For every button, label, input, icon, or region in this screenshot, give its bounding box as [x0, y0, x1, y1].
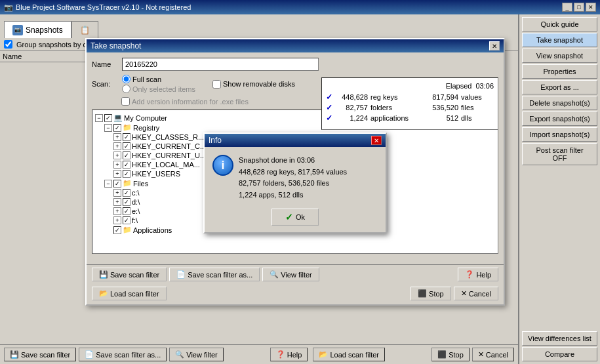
add-version-option[interactable]: Add version information for .exe files	[121, 97, 249, 106]
check-files[interactable]: ✓	[113, 180, 121, 188]
quick-guide-button[interactable]: Quick guide	[522, 17, 597, 31]
elapsed-row: Elapsed 03:06	[326, 82, 494, 90]
load-scan-filter-button[interactable]: 📂 Load scan filter	[313, 348, 385, 361]
check-hkcr[interactable]: ✓	[123, 133, 130, 141]
expand-registry[interactable]: −	[104, 124, 112, 132]
registry-icon: 📁	[123, 123, 132, 132]
main-container: 📷 Snapshots 📋 Group snapshots by date Na…	[0, 14, 600, 364]
check-c[interactable]: ✓	[123, 189, 130, 197]
save-icon: 💾	[99, 270, 108, 279]
expand-d[interactable]: +	[113, 198, 121, 206]
name-field-row: Name	[92, 58, 498, 71]
check-hkcc[interactable]: ✓	[123, 142, 130, 150]
take-snapshot-title-bar: Take snapshot ✕	[87, 39, 504, 52]
help-btn-icon: ❓	[465, 270, 474, 279]
dialog-save-filter-button[interactable]: 💾 Save scan filter	[92, 268, 167, 281]
check-icon-1: ✓	[326, 103, 332, 112]
name-panel-header: Name	[0, 51, 91, 62]
view-icon: 🔍	[270, 270, 279, 279]
export-as-button[interactable]: Export as ...	[522, 80, 597, 94]
info-ok-button[interactable]: ✓ Ok	[271, 209, 319, 226]
check-d[interactable]: ✓	[123, 198, 130, 206]
import-snapshots-button[interactable]: Import snapshot(s)	[522, 127, 597, 142]
check-applications[interactable]: ✓	[113, 226, 121, 234]
expand-hklm[interactable]: +	[113, 161, 121, 169]
properties-button[interactable]: Properties	[522, 64, 597, 79]
stop-button[interactable]: ⬛ Stop	[431, 348, 470, 361]
info-content: i Snapshot done in 03:06 448,628 reg key…	[205, 147, 386, 209]
info-icon: i	[212, 155, 233, 176]
dialog-cancel-button[interactable]: ✕ Cancel	[454, 287, 498, 300]
minimize-button[interactable]: _	[562, 3, 572, 12]
compare-button[interactable]: Compare	[522, 347, 597, 361]
only-selected-radio[interactable]	[122, 85, 130, 93]
view-filter-button[interactable]: 🔍 View filter	[169, 348, 223, 361]
stop-btn-icon: ⬛	[418, 289, 427, 298]
cancel-button[interactable]: ✕ Cancel	[472, 348, 514, 361]
tab-2[interactable]: 📋	[71, 21, 98, 38]
dialog-load-filter-button[interactable]: 📂 Load scan filter	[92, 287, 167, 300]
check-registry[interactable]: ✓	[113, 124, 121, 132]
maximize-button[interactable]: □	[574, 3, 584, 12]
info-message: Snapshot done in 03:06 448,628 reg keys,…	[239, 155, 347, 201]
full-scan-option[interactable]: Full scan	[122, 75, 195, 83]
window-controls[interactable]: _ □ ✕	[562, 3, 596, 12]
dialog-save-filter-as-button[interactable]: 📄 Save scan filter as...	[169, 268, 260, 281]
view-differences-button[interactable]: View differences list	[522, 331, 597, 346]
tab-snapshots[interactable]: 📷 Snapshots	[4, 21, 71, 38]
expand-files[interactable]: −	[104, 180, 112, 188]
full-scan-radio[interactable]	[122, 75, 130, 83]
post-scan-filter-button[interactable]: Post scan filter OFF	[522, 143, 597, 165]
delete-snapshots-button[interactable]: Delete snapshot(s)	[522, 96, 597, 110]
check-f[interactable]: ✓	[123, 216, 130, 224]
stats-area: Elapsed 03:06 ✓ 448,628 reg keys 817,594…	[321, 77, 498, 130]
view-filter-icon: 🔍	[175, 350, 184, 359]
stop-icon: ⬛	[437, 350, 447, 359]
expand-hkcc[interactable]: +	[113, 142, 121, 150]
view-snapshot-button[interactable]: View snapshot	[522, 49, 597, 63]
check-hkcu[interactable]: ✓	[123, 152, 130, 159]
show-removable-checkbox[interactable]	[212, 80, 221, 89]
check-icon-0: ✓	[326, 92, 332, 102]
dialog-stop-button[interactable]: ⬛ Stop	[410, 287, 451, 300]
snapshot-name-input[interactable]	[122, 58, 319, 71]
check-mycomputer[interactable]: ✓	[104, 114, 112, 122]
expand-f[interactable]: +	[113, 216, 121, 224]
info-close-button[interactable]: ✕	[371, 136, 382, 145]
dialog-help-button[interactable]: ❓ Help	[458, 268, 498, 281]
group-snapshots-checkbox[interactable]	[4, 40, 12, 49]
expand-e[interactable]: +	[113, 207, 121, 215]
tab-2-icon: 📋	[80, 26, 90, 35]
only-selected-option[interactable]: Only selected items	[122, 85, 195, 93]
stat-row-2: ✓ 1,224 applications 512 dlls	[326, 113, 494, 123]
title-bar: 📷 Blue Project Software SysTracer v2.10 …	[0, 0, 600, 14]
check-hklm[interactable]: ✓	[123, 161, 130, 169]
info-dialog: Info ✕ i Snapshot done in 03:06 448,628 …	[203, 132, 387, 233]
expand-mycomputer[interactable]: −	[95, 114, 103, 122]
export-snapshots-button[interactable]: Export snapshot(s)	[522, 111, 597, 126]
check-icon-2: ✓	[326, 113, 332, 123]
show-removable-option[interactable]: Show removable disks	[212, 80, 295, 89]
dialog-view-filter-button[interactable]: 🔍 View filter	[262, 268, 319, 281]
save-scan-filter-button[interactable]: 💾 Save scan filter	[4, 348, 76, 361]
take-snapshot-button[interactable]: Take snapshot	[522, 33, 597, 47]
cancel-icon: ✕	[478, 350, 484, 359]
check-hku[interactable]: ✓	[123, 170, 130, 178]
expand-hkcr[interactable]: +	[113, 133, 121, 141]
help-icon: ❓	[276, 350, 285, 359]
expand-hkcu[interactable]: +	[113, 152, 121, 159]
save-scan-filter-as-button[interactable]: 📄 Save scan filter as...	[79, 348, 167, 361]
check-e[interactable]: ✓	[123, 207, 130, 215]
expand-c[interactable]: +	[113, 189, 121, 197]
app-title: 📷 Blue Project Software SysTracer v2.10 …	[4, 3, 191, 12]
help-button[interactable]: ❓ Help	[270, 348, 308, 361]
scan-radio-group: Full scan Only selected items	[122, 75, 195, 93]
close-button[interactable]: ✕	[586, 3, 596, 12]
load-filter-icon: 📂	[319, 350, 328, 359]
expand-hku[interactable]: +	[113, 170, 121, 178]
bottom-toolbar: 💾 Save scan filter 📄 Save scan filter as…	[0, 344, 518, 364]
save-as-icon: 📄	[176, 270, 186, 279]
add-version-checkbox[interactable]	[121, 97, 130, 106]
tab-bar: 📷 Snapshots 📋	[0, 14, 518, 38]
take-snapshot-close-button[interactable]: ✕	[489, 41, 500, 51]
